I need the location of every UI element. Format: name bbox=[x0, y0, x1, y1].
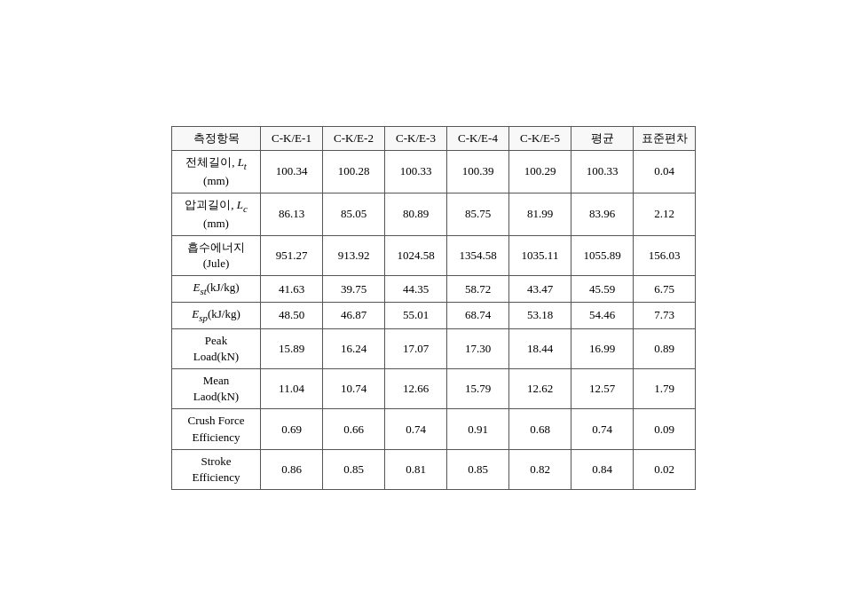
table-row: 압괴길이, Lc(mm)86.1385.0580.8985.7581.9983.… bbox=[172, 193, 696, 235]
data-table: 측정항목 C-K/E-1 C-K/E-2 C-K/E-3 C-K/E-4 C-K… bbox=[171, 126, 696, 490]
header-cell-2: C-K/E-2 bbox=[323, 126, 385, 150]
data-cell-r0-c3: 100.39 bbox=[447, 150, 509, 193]
data-cell-r4-c3: 68.74 bbox=[447, 302, 509, 328]
data-cell-r1-c2: 80.89 bbox=[385, 193, 447, 235]
data-cell-r4-c5: 54.46 bbox=[571, 302, 634, 328]
data-cell-r6-c5: 12.57 bbox=[571, 369, 634, 409]
data-cell-r8-c0: 0.86 bbox=[261, 449, 323, 489]
header-cell-std: 표준편차 bbox=[634, 126, 696, 150]
table-row: MeanLaod(kN)11.0410.7412.6615.7912.6212.… bbox=[172, 369, 696, 409]
main-table-container: 측정항목 C-K/E-1 C-K/E-2 C-K/E-3 C-K/E-4 C-K… bbox=[171, 126, 696, 490]
data-cell-r7-c3: 0.91 bbox=[447, 409, 509, 449]
data-cell-r2-c3: 1354.58 bbox=[447, 235, 509, 275]
data-cell-r7-c0: 0.69 bbox=[261, 409, 323, 449]
data-cell-r3-c0: 41.63 bbox=[261, 276, 323, 303]
data-cell-r4-c6: 7.73 bbox=[634, 302, 696, 328]
header-cell-label: 측정항목 bbox=[172, 126, 261, 150]
data-cell-r5-c2: 17.07 bbox=[385, 328, 447, 368]
row-header-3: Est(kJ/kg) bbox=[172, 276, 261, 303]
data-cell-r6-c4: 12.62 bbox=[509, 369, 571, 409]
data-cell-r0-c1: 100.28 bbox=[323, 150, 385, 193]
row-header-4: Esp(kJ/kg) bbox=[172, 302, 261, 328]
data-cell-r8-c6: 0.02 bbox=[634, 449, 696, 489]
data-cell-r0-c6: 0.04 bbox=[634, 150, 696, 193]
data-cell-r6-c1: 10.74 bbox=[323, 369, 385, 409]
data-cell-r2-c4: 1035.11 bbox=[509, 235, 571, 275]
data-cell-r1-c0: 86.13 bbox=[261, 193, 323, 235]
data-cell-r4-c1: 46.87 bbox=[323, 302, 385, 328]
header-cell-4: C-K/E-4 bbox=[447, 126, 509, 150]
data-cell-r5-c6: 0.89 bbox=[634, 328, 696, 368]
data-cell-r0-c5: 100.33 bbox=[571, 150, 634, 193]
data-cell-r1-c4: 81.99 bbox=[509, 193, 571, 235]
data-cell-r6-c0: 11.04 bbox=[261, 369, 323, 409]
row-header-6: MeanLaod(kN) bbox=[172, 369, 261, 409]
data-cell-r7-c4: 0.68 bbox=[509, 409, 571, 449]
data-cell-r5-c3: 17.30 bbox=[447, 328, 509, 368]
data-cell-r2-c6: 156.03 bbox=[634, 235, 696, 275]
data-cell-r3-c1: 39.75 bbox=[323, 276, 385, 303]
data-cell-r3-c2: 44.35 bbox=[385, 276, 447, 303]
data-cell-r6-c2: 12.66 bbox=[385, 369, 447, 409]
header-cell-avg: 평균 bbox=[571, 126, 634, 150]
data-cell-r7-c2: 0.74 bbox=[385, 409, 447, 449]
table-row: Crush ForceEfficiency0.690.660.740.910.6… bbox=[172, 409, 696, 449]
data-cell-r5-c4: 18.44 bbox=[509, 328, 571, 368]
row-header-0: 전체길이, Lt(mm) bbox=[172, 150, 261, 193]
data-cell-r4-c4: 53.18 bbox=[509, 302, 571, 328]
table-row: StrokeEfficiency0.860.850.810.850.820.84… bbox=[172, 449, 696, 489]
data-cell-r7-c1: 0.66 bbox=[323, 409, 385, 449]
data-cell-r1-c1: 85.05 bbox=[323, 193, 385, 235]
data-cell-r7-c6: 0.09 bbox=[634, 409, 696, 449]
data-cell-r8-c2: 0.81 bbox=[385, 449, 447, 489]
data-cell-r0-c2: 100.33 bbox=[385, 150, 447, 193]
row-header-7: Crush ForceEfficiency bbox=[172, 409, 261, 449]
data-cell-r5-c5: 16.99 bbox=[571, 328, 634, 368]
data-cell-r1-c5: 83.96 bbox=[571, 193, 634, 235]
data-cell-r3-c5: 45.59 bbox=[571, 276, 634, 303]
header-cell-3: C-K/E-3 bbox=[385, 126, 447, 150]
row-header-1: 압괴길이, Lc(mm) bbox=[172, 193, 261, 235]
data-cell-r4-c0: 48.50 bbox=[261, 302, 323, 328]
data-cell-r7-c5: 0.74 bbox=[571, 409, 634, 449]
table-row: 흡수에너지(Jule)951.27913.921024.581354.58103… bbox=[172, 235, 696, 275]
row-header-5: PeakLoad(kN) bbox=[172, 328, 261, 368]
data-cell-r5-c1: 16.24 bbox=[323, 328, 385, 368]
data-cell-r3-c3: 58.72 bbox=[447, 276, 509, 303]
data-cell-r2-c5: 1055.89 bbox=[571, 235, 634, 275]
row-header-2: 흡수에너지(Jule) bbox=[172, 235, 261, 275]
data-cell-r0-c0: 100.34 bbox=[261, 150, 323, 193]
header-cell-1: C-K/E-1 bbox=[261, 126, 323, 150]
data-cell-r8-c5: 0.84 bbox=[571, 449, 634, 489]
row-header-8: StrokeEfficiency bbox=[172, 449, 261, 489]
table-row: Est(kJ/kg)41.6339.7544.3558.7243.4745.59… bbox=[172, 276, 696, 303]
data-cell-r8-c3: 0.85 bbox=[447, 449, 509, 489]
data-cell-r8-c4: 0.82 bbox=[509, 449, 571, 489]
data-cell-r1-c6: 2.12 bbox=[634, 193, 696, 235]
data-cell-r3-c6: 6.75 bbox=[634, 276, 696, 303]
data-cell-r8-c1: 0.85 bbox=[323, 449, 385, 489]
data-cell-r2-c0: 951.27 bbox=[261, 235, 323, 275]
table-row: Esp(kJ/kg)48.5046.8755.0168.7453.1854.46… bbox=[172, 302, 696, 328]
table-row: 전체길이, Lt(mm)100.34100.28100.33100.39100.… bbox=[172, 150, 696, 193]
data-cell-r6-c6: 1.79 bbox=[634, 369, 696, 409]
data-cell-r0-c4: 100.29 bbox=[509, 150, 571, 193]
data-cell-r6-c3: 15.79 bbox=[447, 369, 509, 409]
header-row: 측정항목 C-K/E-1 C-K/E-2 C-K/E-3 C-K/E-4 C-K… bbox=[172, 126, 696, 150]
data-cell-r2-c2: 1024.58 bbox=[385, 235, 447, 275]
data-cell-r2-c1: 913.92 bbox=[323, 235, 385, 275]
data-cell-r1-c3: 85.75 bbox=[447, 193, 509, 235]
data-cell-r4-c2: 55.01 bbox=[385, 302, 447, 328]
data-cell-r5-c0: 15.89 bbox=[261, 328, 323, 368]
data-cell-r3-c4: 43.47 bbox=[509, 276, 571, 303]
header-cell-5: C-K/E-5 bbox=[509, 126, 571, 150]
table-row: PeakLoad(kN)15.8916.2417.0717.3018.4416.… bbox=[172, 328, 696, 368]
